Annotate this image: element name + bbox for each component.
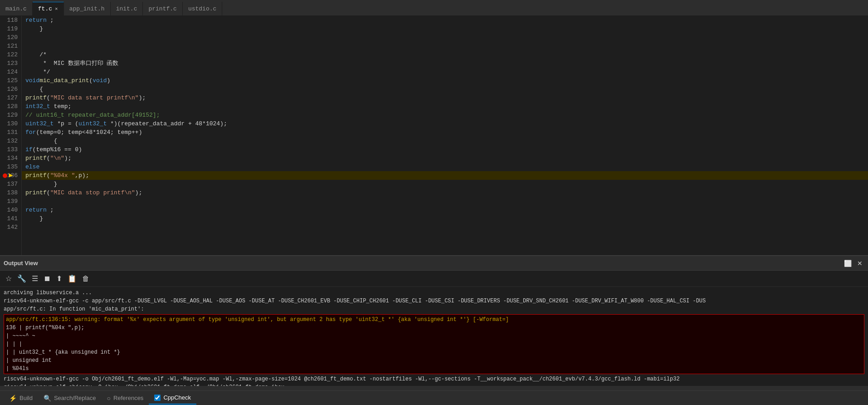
- code-line: {: [22, 85, 868, 94]
- error-detail-line: | unsigned int: [6, 356, 862, 365]
- tab-references[interactable]: ○ References: [101, 392, 149, 405]
- error-box: app/src/ft.c:136:15: warning: format '%x…: [4, 314, 864, 374]
- code-line: }: [22, 180, 868, 188]
- star-button[interactable]: ☆: [4, 273, 14, 284]
- editor-area: 1181191201211221231241251261271281291301…: [0, 16, 868, 255]
- line-number: 141: [4, 214, 18, 223]
- line-number: 121: [4, 42, 18, 50]
- copy-button[interactable]: 📋: [66, 273, 78, 284]
- code-line: for(temp=0; temp<48*1024; temp++): [22, 128, 868, 137]
- cppcheck-checkbox[interactable]: [154, 395, 161, 401]
- code-line: [22, 197, 868, 206]
- output-line: riscv64-unknown-elf-gcc -c app/src/ft.c …: [4, 297, 864, 305]
- tab-label: main.c: [5, 5, 27, 12]
- clear-button[interactable]: 🗑: [80, 274, 91, 284]
- tab-search-replace[interactable]: 🔍 Search/Replace: [38, 392, 102, 405]
- code-line: }: [22, 214, 868, 223]
- code-line: printf("MIC data stop printf\n");: [22, 188, 868, 197]
- line-number: 134: [4, 154, 18, 163]
- output-line: app/src/ft.c: In function 'mic_data_prin…: [4, 305, 864, 313]
- list-button[interactable]: ☰: [30, 273, 40, 284]
- code-line: printf("%04x ",p);: [22, 171, 868, 180]
- tab-build-label: Build: [20, 395, 33, 401]
- breakpoint-dot: [3, 173, 7, 178]
- line-number: 119: [4, 25, 18, 33]
- output-actions: ⬜ ✕: [842, 259, 864, 268]
- line-number: 133: [4, 145, 18, 154]
- line-number: 127: [4, 94, 18, 102]
- line-number: 129: [4, 111, 18, 119]
- code-line: if(temp%16 == 0): [22, 145, 868, 154]
- output-line: archiving libuservice.a ...: [4, 289, 864, 297]
- tab-label: ustdio.c: [188, 5, 216, 12]
- code-line: printf("MIC data start printf\n");: [22, 94, 868, 102]
- error-detail-line: | | uint32_t * {aka unsigned int *}: [6, 348, 862, 356]
- code-line: void mic_data_print(void): [22, 76, 868, 85]
- tab-ft-c[interactable]: ft.c ×: [33, 2, 64, 15]
- line-number: 137: [4, 180, 18, 188]
- output-title: Output View: [4, 260, 38, 267]
- wrench-button[interactable]: 🔧: [15, 273, 28, 284]
- tab-app-init-h[interactable]: app_init.h: [64, 2, 111, 15]
- code-line: return ;: [22, 206, 868, 214]
- tab-ustdio-c[interactable]: ustdio.c: [183, 2, 222, 15]
- output-line: riscv64-unknown-elf-gcc -o Obj/ch2601_ft…: [4, 375, 864, 383]
- tab-label: printf.c: [148, 5, 176, 12]
- line-number: 118: [4, 16, 18, 25]
- code-line: // uint16_t repeater_data_addr[49152];: [22, 111, 868, 119]
- error-detail-line: 136 | printf("%04x ",p);: [6, 324, 862, 332]
- close-icon[interactable]: ×: [55, 6, 58, 12]
- line-number: 123: [4, 59, 18, 68]
- tab-references-label: References: [113, 395, 143, 401]
- warning-text: app/src/ft.c:136:15: warning: format '%x…: [6, 316, 862, 324]
- radio-icon: ○: [107, 395, 110, 402]
- code-line: * MIC 数据串口打印 函数: [22, 59, 868, 68]
- line-number: 142: [4, 223, 18, 232]
- tab-label: app_init.h: [69, 5, 105, 12]
- tab-search-label: Search/Replace: [54, 395, 96, 401]
- tab-printf-c[interactable]: printf.c: [143, 2, 182, 15]
- line-number: 139: [4, 197, 18, 206]
- line-number: 130: [4, 119, 18, 128]
- code-line: /*: [22, 50, 868, 59]
- code-line: {: [22, 137, 868, 145]
- line-number: ▶136: [4, 171, 18, 180]
- code-line: uint32_t *p = (uint32_t *)(repeater_data…: [22, 119, 868, 128]
- line-number: 126: [4, 85, 18, 94]
- code-line: */: [22, 68, 868, 76]
- debug-arrow: ▶: [9, 171, 13, 180]
- code-line: }: [22, 25, 868, 33]
- line-number: 124: [4, 68, 18, 76]
- maximize-button[interactable]: ⬜: [842, 259, 853, 268]
- code-line: else: [22, 163, 868, 171]
- line-number: 132: [4, 137, 18, 145]
- line-number: 122: [4, 50, 18, 59]
- tab-bar: main.c ft.c × app_init.h init.c printf.c…: [0, 0, 868, 16]
- horizontal-scrollbar[interactable]: [0, 386, 868, 390]
- error-detail-line: | ~~~~^ ~: [6, 332, 862, 340]
- close-output-button[interactable]: ✕: [855, 259, 864, 268]
- tab-init-c[interactable]: init.c: [111, 2, 143, 15]
- tab-build[interactable]: ⚡ Build: [4, 392, 38, 405]
- tab-label: init.c: [116, 5, 137, 12]
- code-line: int32_t temp;: [22, 102, 868, 111]
- tab-label: ft.c: [38, 5, 52, 12]
- line-numbers: 1181191201211221231241251261271281291301…: [0, 16, 22, 255]
- error-detail-line: | %04ls: [6, 365, 862, 373]
- bottom-tabs: ⚡ Build 🔍 Search/Replace ○ References Cp…: [0, 390, 868, 405]
- code-line: printf("\n");: [22, 154, 868, 163]
- code-line: [22, 42, 868, 50]
- line-number: 135: [4, 163, 18, 171]
- build-icon: ⚡: [9, 395, 17, 402]
- tab-main-c[interactable]: main.c: [0, 2, 33, 15]
- stop-button[interactable]: ⏹: [42, 274, 53, 284]
- line-number: 138: [4, 188, 18, 197]
- code-content[interactable]: return ; } /* * MIC 数据串口打印 函数 */ void mi…: [22, 16, 868, 255]
- error-detail-line: | | |: [6, 340, 862, 348]
- line-number: 120: [4, 33, 18, 42]
- upload-button[interactable]: ⬆: [54, 273, 64, 284]
- line-number: 128: [4, 102, 18, 111]
- line-number: 125: [4, 76, 18, 85]
- tab-cppcheck[interactable]: CppCheck: [149, 392, 196, 405]
- output-content[interactable]: archiving libuservice.a ...riscv64-unkno…: [0, 287, 868, 386]
